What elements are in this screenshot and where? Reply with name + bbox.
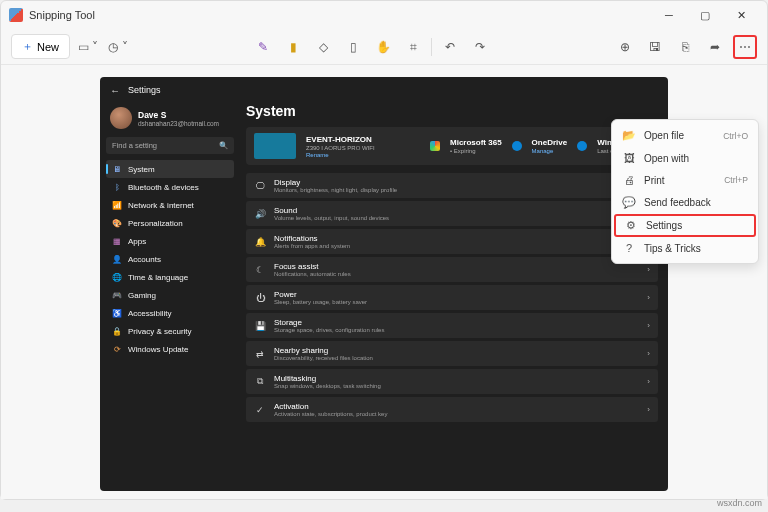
menu-item-print[interactable]: 🖨PrintCtrl+P	[612, 169, 758, 191]
nav-label: Apps	[128, 237, 146, 246]
menu-item-settings[interactable]: ⚙Settings	[614, 214, 756, 237]
chevron-right-icon: ›	[647, 377, 650, 386]
back-icon[interactable]: ←	[110, 85, 120, 96]
sidebar-item-apps[interactable]: ▦Apps	[106, 232, 234, 250]
nav-icon: ♿	[112, 308, 122, 318]
row-icon: 🔊	[254, 209, 266, 219]
row-title: Power	[274, 290, 639, 299]
nav-icon: ᛒ	[112, 182, 122, 192]
row-icon: 💾	[254, 321, 266, 331]
setting-row-nearby-sharing[interactable]: ⇄Nearby sharingDiscoverability, received…	[246, 341, 658, 366]
zoom-button[interactable]: ⊕	[613, 35, 637, 59]
setting-row-activation[interactable]: ✓ActivationActivation state, subscriptio…	[246, 397, 658, 422]
search-placeholder: Find a setting	[112, 141, 157, 150]
menu-icon: 🖨	[622, 174, 636, 186]
sidebar-item-time-language[interactable]: 🌐Time & language	[106, 268, 234, 286]
close-button[interactable]: ✕	[723, 3, 759, 27]
chevron-right-icon: ›	[647, 265, 650, 274]
menu-shortcut: Ctrl+O	[723, 131, 748, 141]
user-name: Dave S	[138, 110, 219, 120]
minimize-button[interactable]: ─	[651, 3, 687, 27]
pc-info[interactable]: EVENT-HORIZON Z390 I AORUS PRO WIFI Rena…	[306, 135, 375, 158]
sidebar-item-accessibility[interactable]: ♿Accessibility	[106, 304, 234, 322]
system-banner: EVENT-HORIZON Z390 I AORUS PRO WIFI Rena…	[246, 127, 658, 165]
more-button[interactable]: ⋯	[733, 35, 757, 59]
new-button[interactable]: ＋ New	[11, 34, 70, 59]
settings-sidebar: Dave S dshanahan23@hotmail.com Find a se…	[100, 103, 240, 491]
chevron-right-icon: ›	[647, 349, 650, 358]
setting-row-storage[interactable]: 💾StorageStorage space, drives, configura…	[246, 313, 658, 338]
pen-tool[interactable]: ✎	[251, 35, 275, 59]
sidebar-item-accounts[interactable]: 👤Accounts	[106, 250, 234, 268]
chevron-right-icon: ›	[647, 405, 650, 414]
sidebar-item-personalization[interactable]: 🎨Personalization	[106, 214, 234, 232]
m365-block[interactable]: Microsoft 365 • Expiring	[450, 138, 502, 154]
maximize-button[interactable]: ▢	[687, 3, 723, 27]
user-block[interactable]: Dave S dshanahan23@hotmail.com	[106, 103, 234, 137]
snip-mode-dropdown[interactable]: ▭ ˅	[76, 35, 100, 59]
row-desc: Storage space, drives, configuration rul…	[274, 327, 639, 333]
row-icon: ✓	[254, 405, 266, 415]
onedrive-block[interactable]: OneDrive Manage	[532, 138, 568, 154]
nav-label: Privacy & security	[128, 327, 192, 336]
search-input[interactable]: Find a setting 🔍	[106, 137, 234, 154]
row-title: Multitasking	[274, 374, 639, 383]
menu-item-open-file[interactable]: 📂Open fileCtrl+O	[612, 124, 758, 147]
row-icon: ⇄	[254, 349, 266, 359]
nav-icon: 🔒	[112, 326, 122, 336]
copy-button[interactable]: ⎘	[673, 35, 697, 59]
sidebar-item-network-internet[interactable]: 📶Network & internet	[106, 196, 234, 214]
menu-label: Settings	[646, 220, 738, 231]
settings-header: ← Settings	[100, 77, 668, 103]
setting-row-sound[interactable]: 🔊SoundVolume levels, output, input, soun…	[246, 201, 658, 226]
sidebar-item-system[interactable]: 🖥System	[106, 160, 234, 178]
update-icon	[577, 141, 587, 151]
setting-row-notifications[interactable]: 🔔NotificationsAlerts from apps and syste…	[246, 229, 658, 254]
menu-item-tips-tricks[interactable]: ?Tips & Tricks	[612, 237, 758, 259]
menu-icon: ?	[622, 242, 636, 254]
menu-label: Tips & Tricks	[644, 243, 740, 254]
undo-button[interactable]: ↶	[438, 35, 462, 59]
save-button[interactable]: 🖫	[643, 35, 667, 59]
captured-screenshot: ← Settings Dave S dshanahan23@hotmail.co…	[100, 77, 668, 491]
highlighter-tool[interactable]: ▮	[281, 35, 305, 59]
nav-label: Windows Update	[128, 345, 188, 354]
nav-label: Time & language	[128, 273, 188, 282]
toolbar: ＋ New ▭ ˅ ◷ ˅ ✎ ▮ ◇ ▯ ✋ ⌗ ↶ ↷ ⊕ 🖫 ⎘ ➦ ⋯	[1, 29, 767, 65]
menu-item-open-with[interactable]: 🖼Open with	[612, 147, 758, 169]
watermark: wsxdn.com	[717, 498, 762, 508]
ruler-tool[interactable]: ▯	[341, 35, 365, 59]
sidebar-item-privacy-security[interactable]: 🔒Privacy & security	[106, 322, 234, 340]
nav-label: Accounts	[128, 255, 161, 264]
canvas-area: ← Settings Dave S dshanahan23@hotmail.co…	[1, 65, 767, 499]
row-title: Display	[274, 178, 639, 187]
plus-icon: ＋	[22, 39, 33, 54]
app-title: Snipping Tool	[29, 9, 651, 21]
sidebar-item-bluetooth-devices[interactable]: ᛒBluetooth & devices	[106, 178, 234, 196]
redo-button[interactable]: ↷	[468, 35, 492, 59]
nav-label: Accessibility	[128, 309, 172, 318]
setting-row-focus-assist[interactable]: ☾Focus assistNotifications, automatic ru…	[246, 257, 658, 282]
setting-row-display[interactable]: 🖵DisplayMonitors, brightness, night ligh…	[246, 173, 658, 198]
setting-row-multitasking[interactable]: ⧉MultitaskingSnap windows, desktops, tas…	[246, 369, 658, 394]
row-icon: ⧉	[254, 376, 266, 387]
row-desc: Alerts from apps and system	[274, 243, 639, 249]
setting-row-power[interactable]: ⏻PowerSleep, battery usage, battery save…	[246, 285, 658, 310]
touch-tool[interactable]: ✋	[371, 35, 395, 59]
menu-item-send-feedback[interactable]: 💬Send feedback	[612, 191, 758, 214]
share-button[interactable]: ➦	[703, 35, 727, 59]
nav-label: Personalization	[128, 219, 183, 228]
nav-icon: ⟳	[112, 344, 122, 354]
delay-dropdown[interactable]: ◷ ˅	[106, 35, 130, 59]
row-icon: 🔔	[254, 237, 266, 247]
nav-label: Bluetooth & devices	[128, 183, 199, 192]
row-title: Nearby sharing	[274, 346, 639, 355]
sidebar-item-windows-update[interactable]: ⟳Windows Update	[106, 340, 234, 358]
eraser-tool[interactable]: ◇	[311, 35, 335, 59]
chevron-right-icon: ›	[647, 321, 650, 330]
pc-thumbnail	[254, 133, 296, 159]
menu-label: Open file	[644, 130, 715, 141]
crop-tool[interactable]: ⌗	[401, 35, 425, 59]
sidebar-item-gaming[interactable]: 🎮Gaming	[106, 286, 234, 304]
menu-label: Open with	[644, 153, 740, 164]
